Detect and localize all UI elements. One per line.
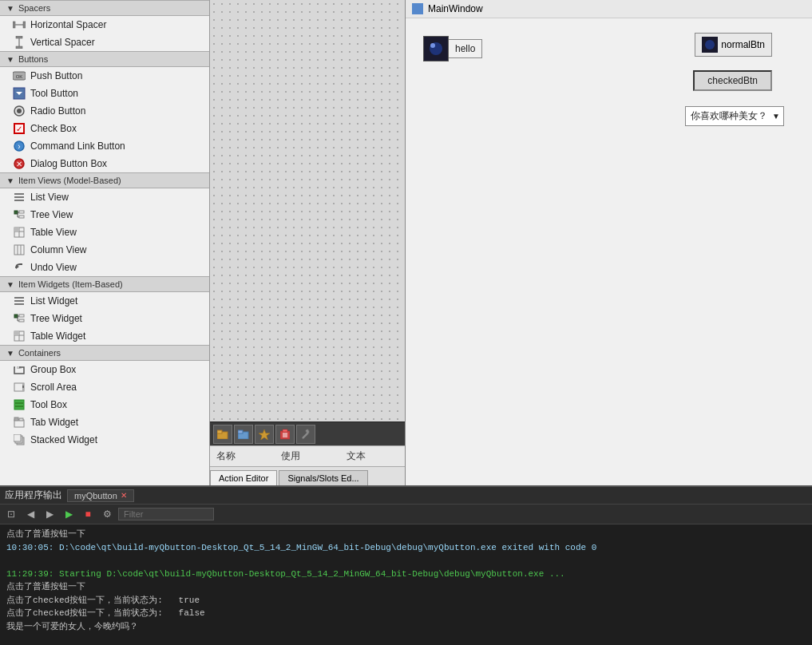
svg-rect-19	[14, 196, 24, 198]
svg-rect-30	[14, 228, 19, 231]
section-item-widgets[interactable]: ▼ Item Widgets (Item-Based)	[0, 276, 209, 292]
item-table-widget[interactable]: Table Widget	[0, 327, 209, 345]
output-line: 11:29:39: Starting D:\code\qt\build-myQb…	[6, 568, 806, 581]
item-dialog-button-box[interactable]: ✕ Dialog Button Box	[0, 155, 209, 172]
item-label: Table View	[30, 227, 77, 238]
svg-rect-59	[19, 418, 23, 421]
run-btn[interactable]: ▶	[61, 506, 77, 522]
column-icon	[13, 243, 26, 256]
design-canvas[interactable]	[210, 0, 405, 421]
col-header-text: 文本	[340, 448, 405, 465]
section-spacers[interactable]: ▼ Spacers	[0, 0, 209, 16]
item-vertical-spacer[interactable]: Vertical Spacer	[0, 34, 209, 51]
cmdlink-icon: ›	[13, 140, 26, 152]
output-header: 应用程序输出 myQbutton ✕	[0, 487, 812, 505]
item-label: Table Widget	[30, 330, 85, 342]
checked-button[interactable]: checkedBtn	[693, 70, 772, 91]
rebuild-btn[interactable]: ⚙	[99, 506, 115, 522]
output-tab-myqbutton[interactable]: myQbutton ✕	[67, 489, 134, 502]
svg-rect-3	[16, 36, 22, 38]
svg-rect-21	[14, 211, 18, 214]
checked-btn-label: checkedBtn	[707, 75, 758, 86]
item-tool-button[interactable]: Tool Button	[0, 85, 209, 102]
item-column-view[interactable]: Column View	[0, 241, 209, 259]
section-arrow: ▼	[6, 176, 14, 185]
filter-input[interactable]	[118, 508, 214, 520]
item-radio-button[interactable]: Radio Button	[0, 102, 209, 120]
normal-btn-label: normalBtn	[721, 39, 765, 50]
tabwidget-icon	[13, 416, 26, 429]
table-widget-icon	[13, 330, 26, 342]
stop-btn[interactable]: ■	[80, 506, 96, 522]
next-btn[interactable]: ▶	[42, 506, 57, 522]
section-buttons[interactable]: ▼ Buttons	[0, 51, 209, 67]
folder-new-btn[interactable]	[234, 425, 253, 444]
wrench-btn[interactable]	[296, 425, 315, 444]
section-item-views[interactable]: ▼ Item Views (Model-Based)	[0, 172, 209, 188]
svg-rect-53	[22, 386, 24, 388]
item-label: Tool Box	[30, 399, 67, 410]
item-scroll-area[interactable]: Scroll Area	[0, 378, 209, 396]
svg-marker-67	[259, 429, 270, 440]
output-tab-label: myQbutton	[74, 491, 117, 501]
svg-rect-69	[283, 429, 287, 432]
section-containers[interactable]: ▼ Containers	[0, 345, 209, 361]
svg-rect-37	[14, 303, 24, 305]
tab-action-editor[interactable]: Action Editor	[210, 470, 277, 485]
dropdown-select[interactable]: 你喜欢哪种美女？ ▼	[685, 106, 784, 126]
window-title: MainWindow	[428, 3, 483, 14]
prev-btn[interactable]: ◀	[22, 506, 38, 522]
svg-text:›: ›	[18, 142, 20, 151]
svg-point-11	[17, 109, 22, 113]
folder-open-btn[interactable]	[213, 425, 232, 444]
vspacer-icon	[13, 36, 26, 49]
table-headers: 名称 使用 文本	[210, 445, 405, 466]
item-horizontal-spacer[interactable]: Horizontal Spacer	[0, 16, 209, 34]
svg-rect-38	[14, 315, 18, 318]
window-icon	[412, 3, 423, 14]
normal-button[interactable]: normalBtn	[695, 33, 772, 57]
tree-widget-icon	[13, 312, 26, 325]
clear-btn[interactable]: ⊡	[3, 506, 19, 522]
main-window-panel: MainWindow hello	[405, 0, 812, 485]
output-tab-close-icon[interactable]: ✕	[121, 491, 127, 500]
col-header-name: 名称	[210, 448, 275, 465]
svg-rect-64	[217, 430, 222, 433]
item-undo-view[interactable]: Undo View	[0, 259, 209, 276]
item-push-button[interactable]: OK Push Button	[0, 67, 209, 85]
svg-text:✓: ✓	[16, 125, 22, 133]
item-list-widget[interactable]: List Widget	[0, 292, 209, 310]
item-tab-widget[interactable]: Tab Widget	[0, 414, 209, 431]
item-group-box[interactable]: GB Group Box	[0, 361, 209, 378]
item-command-link-button[interactable]: › Command Link Button	[0, 137, 209, 155]
list-icon	[13, 191, 26, 204]
item-tree-view[interactable]: Tree View	[0, 206, 209, 224]
bottom-tab-bar: Action Editor Signals/Slots Ed...	[210, 466, 405, 485]
pushbtn-icon: OK	[13, 69, 26, 82]
svg-rect-55	[15, 402, 23, 404]
item-label: Scroll Area	[30, 382, 77, 393]
svg-text:GB: GB	[17, 366, 22, 370]
tab-signals-slots[interactable]: Signals/Slots Ed...	[279, 470, 367, 485]
item-stacked-widget[interactable]: Stacked Widget	[0, 431, 209, 449]
scroll-icon	[13, 381, 26, 394]
output-line: 点击了普通按钮一下	[6, 528, 806, 541]
groupbox-icon: GB	[13, 363, 26, 376]
section-containers-label: Containers	[18, 348, 61, 358]
item-check-box[interactable]: ✓ Check Box	[0, 120, 209, 137]
hello-button[interactable]: hello	[423, 36, 482, 61]
item-label: Column View	[30, 244, 86, 255]
item-list-view[interactable]: List View	[0, 188, 209, 206]
item-table-view[interactable]: Table View	[0, 224, 209, 241]
svg-rect-35	[14, 297, 24, 299]
item-tool-box[interactable]: Tool Box	[0, 396, 209, 414]
output-title: 应用程序输出	[5, 489, 62, 502]
toolbtn-icon	[13, 87, 26, 100]
item-label: Command Link Button	[30, 140, 125, 152]
delete-btn[interactable]	[275, 425, 295, 444]
item-tree-widget[interactable]: Tree Widget	[0, 310, 209, 327]
star-btn[interactable]	[255, 425, 274, 444]
item-label: Stacked Widget	[30, 434, 97, 445]
output-toolbar: ⊡ ◀ ▶ ▶ ■ ⚙	[0, 505, 812, 524]
table-icon	[13, 226, 26, 239]
